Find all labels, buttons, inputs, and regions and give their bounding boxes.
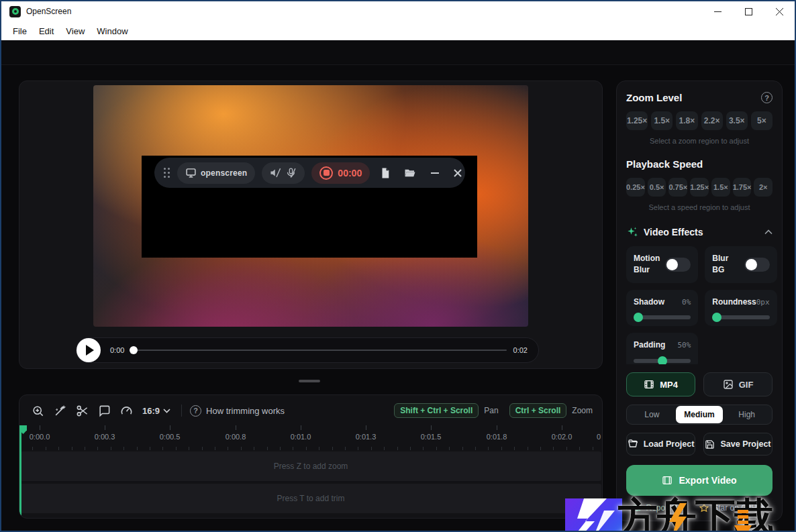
save-project-label: Save Project: [720, 439, 770, 449]
timeline-toolbar: 16:9 ? How trimming works Shift + Ctrl +…: [19, 400, 602, 421]
chevron-up-icon[interactable]: [764, 229, 773, 235]
preview-panel: openscreen 00:00: [19, 81, 603, 369]
app-logo-icon: [9, 6, 21, 17]
zoom-option[interactable]: 5×: [751, 111, 773, 130]
zoom-in-icon[interactable]: [29, 402, 46, 419]
roundness-label: Roundness: [712, 297, 756, 308]
speed-option[interactable]: 0.75×: [668, 178, 687, 197]
watermark-logo: [565, 498, 622, 532]
ruler-tick: 0:00.3: [95, 433, 115, 441]
save-icon: [705, 439, 715, 449]
menu-window[interactable]: Window: [91, 24, 134, 38]
blur-bg-label: Blur BG: [712, 253, 738, 276]
play-button[interactable]: [77, 338, 101, 362]
ruler-tick: 0:01.8: [487, 433, 507, 441]
current-time: 0:00: [110, 346, 124, 354]
load-project-button[interactable]: Load Project: [626, 433, 695, 456]
app-content: openscreen 00:00: [1, 40, 795, 531]
seek-bar[interactable]: [130, 350, 506, 351]
help-icon: ?: [190, 405, 201, 417]
ruler-tick: 0:02.0: [552, 433, 573, 441]
pan-shortcut-keys: Shift + Ctrl + Scroll: [394, 403, 479, 418]
zoom-hint: Select a zoom region to adjust: [626, 137, 773, 145]
roundness-value: 0px: [756, 298, 770, 307]
speed-option[interactable]: 1.25×: [690, 178, 709, 197]
sidebar: Zoom Level ? 1.25× 1.5× 1.8× 2.2× 3.5× 5…: [616, 81, 783, 521]
magic-wand-icon[interactable]: [51, 402, 68, 419]
zoom-option[interactable]: 1.8×: [676, 111, 697, 130]
record-timer-pill[interactable]: 00:00: [311, 162, 370, 184]
panel-resize-handle[interactable]: [299, 380, 320, 382]
shadow-card: Shadow 0%: [626, 290, 698, 326]
speed-hint: Select a speed region to adjust: [626, 203, 773, 211]
trim-track[interactable]: Press T to add trim: [20, 484, 601, 513]
zoom-help-icon[interactable]: ?: [761, 92, 773, 103]
maximize-button[interactable]: [733, 1, 764, 21]
quality-low[interactable]: Low: [628, 406, 676, 423]
format-gif-button[interactable]: GIF: [703, 372, 773, 396]
shadow-slider[interactable]: [634, 315, 691, 319]
ruler-tick: 0:01.3: [356, 433, 377, 441]
quality-high[interactable]: High: [723, 406, 770, 423]
speaker-muted-icon[interactable]: [270, 167, 281, 178]
close-button[interactable]: [764, 1, 795, 21]
shadow-value: 0%: [682, 298, 691, 307]
roundness-slider[interactable]: [712, 315, 769, 319]
folder-open-icon[interactable]: [403, 167, 417, 179]
format-gif-label: GIF: [739, 380, 754, 390]
speed-option[interactable]: 2×: [754, 178, 773, 197]
zoom-option[interactable]: 1.5×: [651, 111, 673, 130]
timeline-ruler[interactable]: 0:00.0 0:00.3 0:00.5 0:00.8 0:01.0 0:01.…: [19, 425, 602, 450]
seek-thumb[interactable]: [130, 346, 138, 354]
video-effects-title: Video Effects: [644, 227, 703, 237]
watermark-bolt-icon: [666, 503, 689, 532]
player-bar: 0:00 0:02: [76, 337, 539, 363]
speed-option[interactable]: 0.25×: [626, 178, 645, 197]
file-icon[interactable]: [379, 167, 391, 179]
monitor-icon: [185, 167, 197, 178]
recording-toolbar: openscreen 00:00: [154, 158, 465, 188]
speed-gauge-icon[interactable]: [117, 402, 135, 419]
roundness-card: Roundness 0px: [705, 290, 777, 326]
blur-bg-toggle[interactable]: [744, 258, 770, 272]
menu-file[interactable]: File: [7, 24, 33, 38]
scissors-icon[interactable]: [73, 402, 91, 419]
speed-option[interactable]: 1.75×: [733, 178, 752, 197]
padding-card: Padding 50%: [626, 333, 698, 364]
ruler-tick: 0:00.5: [160, 433, 181, 441]
minimize-button[interactable]: [702, 1, 733, 21]
zoom-option[interactable]: 2.2×: [701, 111, 723, 130]
aspect-ratio-value: 16:9: [142, 406, 160, 416]
video-preview[interactable]: openscreen 00:00: [93, 85, 528, 327]
quality-medium[interactable]: Medium: [676, 406, 724, 423]
app-window: OpenScreen File Edit View Window: [0, 0, 796, 532]
menu-view[interactable]: View: [60, 24, 91, 38]
quality-selector: Low Medium High: [626, 405, 773, 425]
save-project-button[interactable]: Save Project: [703, 433, 773, 456]
speed-option[interactable]: 1.5×: [711, 178, 730, 197]
menu-edit[interactable]: Edit: [33, 24, 60, 38]
zoom-level-title: Zoom Level: [626, 92, 682, 103]
chevron-down-icon: [163, 409, 170, 413]
speed-option[interactable]: 0.5×: [648, 178, 666, 197]
zoom-option[interactable]: 3.5×: [726, 111, 748, 130]
format-mp4-button[interactable]: MP4: [626, 372, 695, 396]
motion-blur-toggle[interactable]: [665, 258, 691, 272]
minimize-recorder-icon[interactable]: [430, 168, 440, 178]
aspect-ratio-dropdown[interactable]: 16:9: [142, 406, 170, 416]
playhead[interactable]: [19, 425, 21, 519]
how-trimming-works-label: How trimming works: [206, 406, 285, 416]
stop-record-icon[interactable]: [319, 166, 333, 180]
close-recorder-icon[interactable]: [453, 168, 462, 178]
zoom-option[interactable]: 1.25×: [626, 111, 648, 130]
playback-speed-title: Playback Speed: [626, 158, 703, 170]
sidebar-scroll-area: Zoom Level ? 1.25× 1.5× 1.8× 2.2× 3.5× 5…: [617, 81, 782, 364]
image-icon: [723, 379, 734, 390]
export-icon: [662, 475, 673, 486]
how-trimming-works[interactable]: ? How trimming works: [190, 405, 285, 417]
mic-muted-icon[interactable]: [285, 167, 297, 178]
duration: 0:02: [513, 346, 528, 354]
comment-icon[interactable]: [95, 402, 113, 419]
zoom-track[interactable]: Press Z to add zoom: [20, 451, 601, 481]
padding-slider[interactable]: [634, 359, 691, 363]
